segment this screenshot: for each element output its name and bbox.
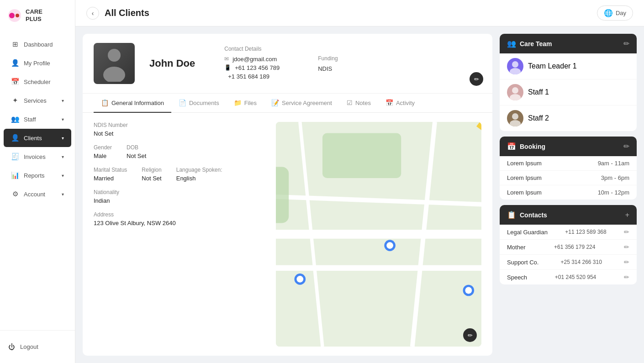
svg-point-33 — [512, 61, 518, 68]
content-area: John Doe Contact Details ✉ jdoe@gmail.co… — [75, 26, 644, 363]
map-placeholder: ✏ — [276, 122, 481, 347]
back-button[interactable]: ‹ — [86, 7, 99, 20]
logout-icon: ⏻ — [7, 343, 16, 351]
sidebar-item-scheduler[interactable]: 📅 Scheduler — [4, 73, 71, 91]
contact-phone-0: +11 123 589 368 — [565, 229, 606, 235]
booking-edit-button[interactable]: ✏ — [623, 142, 629, 151]
scheduler-icon: 📅 — [11, 78, 19, 86]
contact-row-2: Support Co. +25 314 266 310 ✏ — [500, 255, 637, 270]
logo: CAREPLUS — [0, 0, 75, 31]
contact-edit-1[interactable]: ✏ — [624, 243, 629, 251]
globe-icon: 🌐 — [604, 9, 613, 17]
care-member-name-0: Team Leader 1 — [528, 62, 577, 70]
care-team-header-left: 👥 Care Team — [507, 39, 552, 48]
tab-general[interactable]: 📋 General Information — [94, 94, 171, 113]
tab-notes[interactable]: ☑ Notes — [339, 94, 378, 113]
logo-text: CAREPLUS — [26, 8, 42, 22]
care-team-edit-button[interactable]: ✏ — [623, 39, 629, 48]
reports-icon: 📊 — [11, 171, 19, 179]
contact-edit-3[interactable]: ✏ — [624, 274, 629, 281]
contact-phone2-row: +1 351 684 189 — [224, 73, 280, 80]
page-title: All Clients — [105, 8, 591, 18]
funding-label: Funding — [318, 55, 338, 62]
contacts-title: Contacts — [520, 211, 547, 219]
booking-time-0: 9am - 11am — [598, 160, 629, 167]
svg-point-20 — [386, 242, 393, 249]
contact-row-0: Legal Guardian +11 123 589 368 ✏ — [500, 225, 637, 240]
tabs-bar: 📋 General Information 📄 Documents 📁 File… — [83, 94, 492, 113]
care-member-name-1: Staff 1 — [528, 88, 549, 96]
booking-item-0: Lorem Ipsum 9am - 11am — [500, 156, 637, 171]
topbar: ‹ All Clients 🌐 Day — [75, 0, 644, 26]
contact-name-3: Speech — [507, 274, 527, 281]
gender-label: Gender — [94, 144, 112, 151]
contact-row-3: Speech +01 245 520 954 ✏ — [500, 270, 637, 284]
client-name: John Doe — [149, 58, 195, 69]
sidebar-item-account[interactable]: ⚙ Account ▾ — [4, 185, 71, 203]
reports-chevron: ▾ — [62, 173, 64, 178]
profile-icon: 👤 — [11, 59, 19, 67]
svg-point-1 — [9, 13, 15, 18]
day-toggle-button[interactable]: 🌐 Day — [597, 5, 633, 21]
tab-general-label: General Information — [111, 100, 164, 106]
funding-value: NDIS — [318, 65, 338, 72]
map-column: ✏ — [276, 122, 481, 347]
sidebar-item-staff[interactable]: 👥 Staff ▾ — [4, 110, 71, 128]
contact-phone-1: +61 356 179 224 — [554, 244, 595, 250]
client-phone1: +61 123 456 789 — [235, 64, 280, 71]
svg-point-24 — [296, 276, 303, 283]
contacts-icon: 📋 — [507, 210, 516, 219]
sidebar-item-services[interactable]: ✦ Services ▾ — [4, 91, 71, 110]
tab-service-icon: 📝 — [271, 99, 279, 106]
contacts-header-left: 📋 Contacts — [507, 210, 547, 219]
account-chevron: ▾ — [62, 192, 64, 197]
contact-phone-3: +01 245 520 954 — [555, 274, 596, 280]
tab-documents[interactable]: 📄 Documents — [171, 94, 227, 113]
right-sidebar: 👥 Care Team ✏ Team Leader 1 Staff 1 — [500, 34, 637, 356]
sidebar-item-invoices[interactable]: 🧾 Invoices ▾ — [4, 147, 71, 166]
tab-activity[interactable]: 📅 Activity — [378, 94, 422, 113]
contacts-add-button[interactable]: + — [625, 211, 629, 219]
invoices-icon: 🧾 — [11, 153, 19, 161]
tab-notes-label: Notes — [355, 100, 371, 106]
sidebar-label-reports: Reports — [24, 172, 45, 179]
client-phone2: +1 351 684 189 — [228, 73, 269, 80]
client-header-edit-button[interactable]: ✏ — [470, 72, 483, 86]
booking-title: Booking — [520, 143, 545, 150]
logout-label: Logout — [20, 343, 38, 350]
invoices-chevron: ▾ — [62, 154, 64, 159]
sidebar-item-clients[interactable]: 👤 Clients ▾ — [4, 129, 71, 147]
field-language: Language Spoken: English — [176, 167, 222, 182]
tab-service-label: Service Agreement — [282, 100, 332, 106]
contact-name-0: Legal Guardian — [507, 229, 548, 236]
logout-button[interactable]: ⏻ Logout — [7, 338, 68, 356]
client-photo-placeholder — [94, 43, 135, 84]
sidebar-item-my-profile[interactable]: 👤 My Profile — [4, 54, 71, 72]
booking-header: 📅 Booking ✏ — [500, 137, 637, 156]
booking-label-1: Lorem Ipsum — [507, 174, 542, 181]
care-team-header: 👥 Care Team ✏ — [500, 34, 637, 53]
tab-files[interactable]: 📁 Files — [227, 94, 264, 113]
booking-header-left: 📅 Booking — [507, 142, 545, 151]
svg-rect-13 — [276, 167, 289, 223]
email-icon: ✉ — [224, 56, 229, 62]
contact-edit-2[interactable]: ✏ — [624, 258, 629, 266]
sidebar-item-dashboard[interactable]: ⊞ Dashboard — [4, 35, 71, 53]
booking-icon: 📅 — [507, 142, 516, 151]
client-header: John Doe Contact Details ✉ jdoe@gmail.co… — [83, 34, 492, 94]
sidebar-bottom: ⏻ Logout — [0, 330, 75, 363]
care-member-2: Staff 2 — [500, 105, 637, 131]
clients-chevron: ▾ — [62, 136, 64, 141]
sidebar-label-staff: Staff — [24, 116, 36, 123]
svg-point-2 — [16, 14, 19, 17]
contact-edit-0[interactable]: ✏ — [624, 228, 629, 236]
sidebar-item-reports[interactable]: 📊 Reports ▾ — [4, 166, 71, 184]
tab-service-agreement[interactable]: 📝 Service Agreement — [264, 94, 339, 113]
svg-rect-14 — [322, 133, 401, 178]
sidebar-label-my-profile: My Profile — [24, 60, 50, 67]
field-religion: Religion Not Set — [142, 167, 161, 182]
map-edit-button[interactable]: ✏ — [463, 328, 477, 342]
care-member-0: Team Leader 1 — [500, 53, 637, 79]
marital-label: Marital Status — [94, 167, 127, 173]
logo-icon — [7, 8, 22, 23]
